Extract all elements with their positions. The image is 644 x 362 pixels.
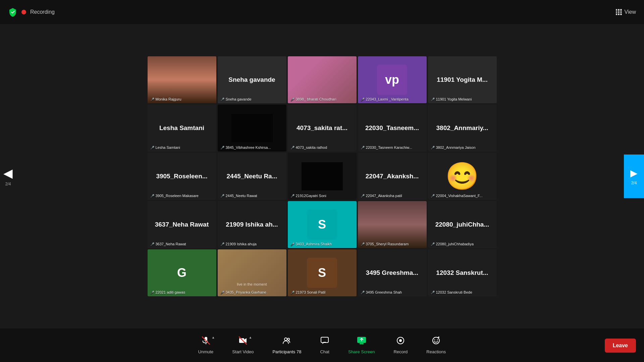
video-tile-22047[interactable]: 22047_Akanksh...🎤22047_Akanksha patil — [358, 153, 427, 200]
video-tile-lesha[interactable]: Lesha Samtani🎤Lesha Samtani — [148, 105, 216, 152]
view-button[interactable]: View — [616, 9, 636, 15]
svg-point-15 — [437, 340, 438, 341]
mute-icon-21973: 🎤 — [290, 291, 294, 294]
video-icon: ▲ — [238, 336, 247, 347]
video-tile-sneha[interactable]: Sneha gavande🎤Sneha gavande — [218, 56, 286, 103]
mute-icon-22047: 🎤 — [361, 194, 365, 198]
tile-label-21909: 🎤21909 Ishika ahuja — [220, 242, 257, 246]
video-tile-monika[interactable]: 🎤Monika Rajguru — [148, 56, 216, 103]
avatar-22043: vp — [377, 65, 407, 95]
video-tile-4073[interactable]: 4073_sakita rat...🎤4073_sakita rathod — [288, 105, 357, 152]
mute-icon-yogita: 🎤 — [431, 98, 435, 101]
tile-label-2445: 🎤2445_Neetu Rawat — [220, 194, 257, 198]
tile-display-name-3495: 3495 Greeshma... — [363, 269, 421, 277]
record-icon — [396, 336, 405, 347]
record-button[interactable]: Record — [384, 336, 417, 354]
participants-label: Participants 78 — [272, 349, 301, 354]
tile-label-3705: 🎤3705_Sheryl Rasundaram — [361, 242, 409, 246]
tile-label-3637: 🎤3637_Neha Rawat — [150, 242, 186, 246]
grid-icon — [616, 9, 622, 15]
svg-rect-8 — [321, 337, 328, 343]
tile-display-name-21909: 21909 Ishika ah... — [223, 221, 280, 228]
video-tile-21912[interactable]: 🎤21912Gayatri Soni — [288, 153, 357, 200]
tile-display-name-22047: 22047_Akanksh... — [363, 173, 421, 180]
top-bar-left: Recording — [8, 7, 55, 17]
share-screen-button[interactable]: Share Screen — [339, 336, 384, 354]
chat-button[interactable]: Chat — [311, 336, 338, 354]
participants-button[interactable]: Participants 78 — [263, 336, 311, 354]
video-tile-22080[interactable]: 22080_juhiChha...🎤22080_juhiChhabadiya — [428, 201, 497, 248]
reactions-icon — [432, 336, 440, 347]
unmute-icon: ▲ — [202, 336, 210, 347]
video-tile-3705[interactable]: 🎤3705_Sheryl Rasundaram — [358, 201, 427, 248]
video-tile-3802[interactable]: 3802_Annmariy...🎤3802_Annmariya Jaison — [428, 105, 497, 152]
mute-icon-3802: 🎤 — [431, 146, 435, 149]
mute-icon-3495: 🎤 — [361, 291, 365, 294]
video-tile-3495[interactable]: 3495 Greeshma...🎤3495 Greeshma Shah — [358, 249, 427, 296]
video-grid: 🎤Monika RajguruSneha gavande🎤Sneha gavan… — [148, 56, 497, 296]
svg-point-7 — [287, 338, 289, 340]
tile-label-12032: 🎤12032 Sanskruti Bede — [431, 290, 472, 294]
leave-button[interactable]: Leave — [605, 339, 636, 353]
tile-label-monika: 🎤Monika Rajguru — [150, 97, 181, 101]
svg-point-16 — [438, 337, 439, 338]
unmute-button[interactable]: ▲ Unmute — [189, 336, 223, 354]
video-tile-3403[interactable]: S🎤3403_Ashmira Shaikh — [288, 201, 357, 248]
video-tile-22043[interactable]: vp🎤22043_Laxmi _Vantipenta — [358, 56, 427, 103]
tile-label-sneha: 🎤Sneha gavande — [220, 97, 252, 101]
video-tile-12032[interactable]: 12032 Sanskrut...🎤12032 Sanskruti Bede — [428, 249, 497, 296]
tile-display-name-sneha: Sneha gavande — [226, 76, 278, 83]
tile-label-21912: 🎤21912Gayatri Soni — [290, 194, 326, 198]
tile-label-3898: 🎤3898_ bharati Choudhari — [290, 97, 336, 101]
video-tile-21973[interactable]: S🎤21973 Sonali Patil — [288, 249, 357, 296]
tile-label-3403: 🎤3403_Ashmira Shaikh — [290, 242, 332, 246]
video-tile-yogita[interactable]: 11901 Yogita M...🎤11901 Yogita Melwani — [428, 56, 497, 103]
video-tile-22030[interactable]: 22030_Tasneem...🎤22030_Tasneem Karachiw.… — [358, 105, 427, 152]
mute-icon-3637: 🎤 — [150, 242, 154, 246]
video-tile-3898[interactable]: 🎤3898_ bharati Choudhari — [288, 56, 357, 103]
mute-icon-lesha: 🎤 — [150, 146, 154, 149]
next-page-button[interactable]: ▶ 2/4 — [624, 155, 644, 198]
video-tile-21909[interactable]: 21909 Ishika ah...🎤21909 Ishika ahuja — [218, 201, 286, 248]
avatar-3403: S — [307, 209, 337, 240]
tile-label-22030: 🎤22030_Tasneem Karachiw... — [361, 145, 412, 149]
video-tile-3637[interactable]: 3637_Neha Rawat🎤3637_Neha Rawat — [148, 201, 216, 248]
start-video-label: Start Video — [232, 349, 254, 354]
tile-label-3435: 🎤3435_Priyanka Gavhane — [220, 290, 266, 294]
mute-icon-22030: 🎤 — [361, 146, 365, 149]
video-tile-3905[interactable]: 3905_Roseleen...🎤3905_Roseleen Makasare — [148, 153, 216, 200]
mute-icon-22004: 🎤 — [431, 194, 435, 198]
chat-label: Chat — [320, 349, 329, 354]
video-sim-monika — [148, 56, 216, 103]
svg-point-6 — [284, 338, 287, 341]
tile-display-name-3905: 3905_Roseleen... — [153, 173, 210, 180]
tile-label-22004: 🎤22004_VishakhaSawant_F... — [431, 194, 483, 198]
black-screen-3845 — [231, 114, 273, 142]
video-tile-22004[interactable]: 😊🎤22004_VishakhaSawant_F... — [428, 153, 497, 200]
video-tile-3435[interactable]: live in the moment🎤3435_Priyanka Gavhane — [218, 249, 286, 296]
video-sim-3435: live in the moment — [218, 249, 286, 296]
mute-icon-22021: 🎤 — [150, 291, 154, 294]
main-content: ◀ 2/4 🎤Monika RajguruSneha gavande🎤Sneha… — [0, 24, 644, 328]
mute-icon-3845: 🎤 — [220, 146, 224, 149]
left-page-indicator: 2/4 — [5, 182, 11, 186]
svg-point-14 — [434, 340, 435, 341]
mute-icon-22080: 🎤 — [431, 242, 435, 246]
tile-display-name-yogita: 11901 Yogita M... — [434, 76, 490, 83]
record-label: Record — [393, 349, 408, 354]
tile-label-3495: 🎤3495 Greeshma Shah — [361, 290, 402, 294]
view-label: View — [625, 9, 636, 15]
bottom-toolbar: ▲ Unmute ▲ Start Video Participants 78 — [0, 328, 644, 362]
participants-icon — [282, 336, 291, 347]
prev-page-button[interactable]: ◀ 2/4 — [3, 166, 13, 186]
video-tile-3845[interactable]: 🎤3845_Vibhashree Kshirsa... — [218, 105, 286, 152]
video-tile-22021[interactable]: G🎤22021 aditi gawas — [148, 249, 216, 296]
top-bar: Recording View — [0, 0, 644, 24]
video-tile-2445[interactable]: 2445_Neetu Ra...🎤2445_Neetu Rawat — [218, 153, 286, 200]
tile-display-name-22030: 22030_Tasneem... — [363, 124, 422, 132]
mute-icon-2445: 🎤 — [220, 194, 224, 198]
right-page-indicator: 2/4 — [631, 181, 637, 185]
start-video-button[interactable]: ▲ Start Video — [223, 336, 263, 354]
reactions-button[interactable]: Reactions — [417, 336, 455, 354]
tile-label-22043: 🎤22043_Laxmi _Vantipenta — [361, 97, 409, 101]
